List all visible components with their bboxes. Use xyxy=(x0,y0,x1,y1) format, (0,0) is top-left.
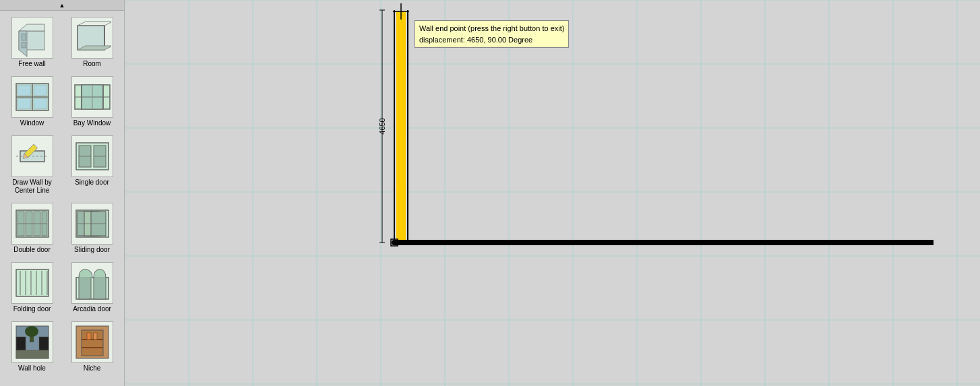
tool-thumb-room xyxy=(71,17,113,59)
svg-rect-57 xyxy=(16,350,49,358)
tool-niche[interactable]: Niche xyxy=(63,318,121,376)
tool-label-bay-window: Bay Window xyxy=(73,119,111,127)
tool-label-window: Window xyxy=(20,119,44,127)
svg-rect-52 xyxy=(79,278,91,299)
tool-thumb-double-door xyxy=(11,203,53,245)
tool-label-draw-wall-center: Draw Wall by Center Line xyxy=(5,179,59,195)
tool-thumb-folding-door xyxy=(11,262,53,304)
svg-rect-44 xyxy=(16,269,49,296)
tool-thumb-sliding-door xyxy=(71,203,113,245)
tool-thumb-arcadia-door xyxy=(71,262,113,304)
tool-thumb-draw-wall-center xyxy=(11,135,53,177)
svg-rect-17 xyxy=(34,98,47,109)
svg-point-59 xyxy=(25,326,38,337)
tool-thumb-window xyxy=(11,76,53,118)
tool-label-free-wall: Free wall xyxy=(18,60,46,68)
tool-thumb-bay-window xyxy=(71,76,113,118)
svg-rect-16 xyxy=(18,98,31,109)
tool-label-double-door: Double door xyxy=(13,246,50,254)
scroll-up-button[interactable]: ▲ xyxy=(0,0,124,11)
tool-thumb-free-wall xyxy=(11,17,53,59)
tool-label-room: Room xyxy=(83,60,101,68)
svg-line-6 xyxy=(78,22,86,26)
tool-thumb-niche xyxy=(71,321,113,363)
tool-free-wall[interactable]: Free wall xyxy=(3,13,61,71)
tool-window[interactable]: Window xyxy=(3,73,61,131)
tool-label-sliding-door: Sliding door xyxy=(74,246,110,254)
sidebar: ▲ Free wall xyxy=(0,0,125,386)
svg-rect-65 xyxy=(94,333,97,340)
svg-rect-56 xyxy=(39,337,49,350)
tool-single-door[interactable]: Single door xyxy=(63,132,121,198)
tool-thumb-single-door xyxy=(71,135,113,177)
svg-rect-55 xyxy=(16,337,26,350)
tool-grid: Free wall Room xyxy=(0,11,124,379)
tool-draw-wall-center[interactable]: Draw Wall by Center Line xyxy=(3,132,61,198)
tool-double-door[interactable]: Double door xyxy=(3,199,61,257)
tool-label-folding-door: Folding door xyxy=(13,305,51,313)
svg-rect-15 xyxy=(34,85,47,96)
tool-arcadia-door[interactable]: Arcadia door xyxy=(63,259,121,317)
svg-line-7 xyxy=(104,22,111,26)
drawing-canvas[interactable] xyxy=(125,0,980,386)
tool-label-arcadia-door: Arcadia door xyxy=(73,305,111,313)
tool-folding-door[interactable]: Folding door xyxy=(3,259,61,317)
svg-rect-14 xyxy=(18,85,31,96)
tool-bay-window[interactable]: Bay Window xyxy=(63,73,121,131)
svg-rect-4 xyxy=(22,42,26,48)
svg-rect-53 xyxy=(94,278,106,299)
tool-room[interactable]: Room xyxy=(63,13,121,71)
svg-rect-3 xyxy=(22,34,26,40)
svg-rect-61 xyxy=(82,330,103,356)
tool-label-wall-hole: Wall hole xyxy=(18,364,46,373)
tool-label-niche: Niche xyxy=(84,364,101,373)
svg-marker-1 xyxy=(19,24,44,31)
tool-sliding-door[interactable]: Sliding door xyxy=(63,199,121,257)
tool-label-single-door: Single door xyxy=(75,179,109,187)
canvas-area[interactable]: Wall end point (press the right button t… xyxy=(125,0,980,386)
tool-thumb-wall-hole xyxy=(11,321,53,363)
tool-wall-hole[interactable]: Wall hole xyxy=(3,318,61,376)
svg-rect-64 xyxy=(87,333,91,340)
